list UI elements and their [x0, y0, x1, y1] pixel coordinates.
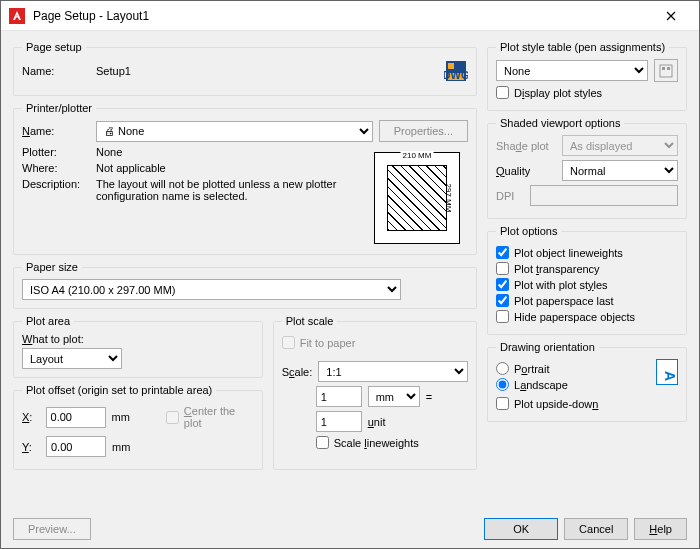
ok-button[interactable]: OK [484, 518, 558, 540]
orientation-icon [656, 359, 678, 385]
plotter-label: Plotter: [22, 146, 90, 158]
paper-size-legend: Paper size [22, 261, 82, 273]
printer-legend: Printer/plotter [22, 102, 96, 114]
scale-lineweights-checkbox[interactable] [316, 436, 329, 449]
paper-size-select[interactable]: ISO A4 (210.00 x 297.00 MM) [22, 279, 401, 300]
where-value: Not applicable [96, 162, 166, 174]
landscape-radio[interactable] [496, 378, 509, 391]
page-setup-legend: Page setup [22, 41, 86, 53]
svg-rect-6 [662, 67, 665, 70]
plot-offset-group: Plot offset (origin set to printable are… [13, 384, 263, 470]
printer-group: Printer/plotter Name: 🖨 None Properties.… [13, 102, 477, 255]
plot-style-select[interactable]: None [496, 60, 648, 81]
orientation-landscape[interactable]: Landscape [496, 378, 650, 391]
palette-icon [659, 64, 673, 78]
dpi-label: DPI [496, 190, 524, 202]
opt-transparency[interactable]: Plot transparency [496, 262, 678, 275]
left-column: Page setup Name: Setup1 DWG Printer/plot… [13, 41, 477, 514]
page-setup-dialog: Page Setup - Layout1 Page setup Name: Se… [0, 0, 700, 549]
page-setup-row: Name: Setup1 DWG [22, 59, 468, 83]
right-column: Plot style table (pen assignments) None … [487, 41, 687, 514]
shaded-group: Shaded viewport options Shade plotAs dis… [487, 117, 687, 219]
preview-button: Preview... [13, 518, 91, 540]
shaded-legend: Shaded viewport options [496, 117, 624, 129]
scale-num-row: mm = [282, 386, 468, 407]
display-plot-styles-check[interactable]: Display plot styles [496, 86, 678, 99]
plot-scale-column: Plot scale Fit to paper Scale: 1:1 mm = [273, 315, 477, 470]
fit-to-paper-check: Fit to paper [282, 336, 468, 349]
page-setup-name-value: Setup1 [96, 65, 438, 77]
opt-styles-checkbox[interactable] [496, 278, 509, 291]
orientation-legend: Drawing orientation [496, 341, 599, 353]
titlebar: Page Setup - Layout1 [1, 1, 699, 31]
opt-styles[interactable]: Plot with plot styles [496, 278, 678, 291]
cancel-button[interactable]: Cancel [564, 518, 628, 540]
svg-rect-0 [9, 8, 25, 24]
what-to-plot-label: What to plot: [22, 333, 254, 345]
description-value: The layout will not be plotted unless a … [96, 178, 362, 202]
offset-y-label: Y: [22, 441, 40, 453]
close-button[interactable] [651, 2, 691, 30]
printer-details: Plotter:None Where:Not applicable Descri… [22, 146, 468, 246]
orientation-group: Drawing orientation Portrait Landscape P… [487, 341, 687, 422]
page-setup-group: Page setup Name: Setup1 DWG [13, 41, 477, 96]
paper-preview-wrap: 210 MM 297 MM [370, 146, 468, 246]
opt-paperspace-last-checkbox[interactable] [496, 294, 509, 307]
opt-lineweights-checkbox[interactable] [496, 246, 509, 259]
offset-y-input[interactable] [46, 436, 106, 457]
plot-style-group: Plot style table (pen assignments) None … [487, 41, 687, 111]
opt-lineweights[interactable]: Plot object lineweights [496, 246, 678, 259]
orientation-upside[interactable]: Plot upside-down [496, 397, 678, 410]
fit-label: Fit to paper [300, 337, 356, 349]
paper-hatch [387, 165, 447, 231]
shade-plot-select: As displayed [562, 135, 678, 156]
scale-denominator-input[interactable] [316, 411, 362, 432]
properties-button: Properties... [379, 120, 468, 142]
dwg-icon: DWG [444, 59, 468, 83]
scale-equals: = [426, 391, 432, 403]
columns: Page setup Name: Setup1 DWG Printer/plot… [13, 41, 687, 514]
svg-rect-7 [667, 67, 670, 70]
plot-scale-legend: Plot scale [282, 315, 338, 327]
plot-style-row: None [496, 59, 678, 82]
orientation-portrait[interactable]: Portrait [496, 362, 650, 375]
offset-x-label: X: [22, 411, 40, 423]
plotter-value: None [96, 146, 122, 158]
description-label: Description: [22, 178, 90, 190]
page-setup-name-label: Name: [22, 65, 90, 77]
display-plot-styles-checkbox[interactable] [496, 86, 509, 99]
scale-lineweights-check[interactable]: Scale lineweights [282, 436, 468, 449]
paper-dim-top: 210 MM [401, 151, 434, 160]
offset-x-row: X: mm Center the plot [22, 402, 254, 432]
plot-options-legend: Plot options [496, 225, 561, 237]
plot-options-group: Plot options Plot object lineweights Plo… [487, 225, 687, 335]
opt-transparency-checkbox[interactable] [496, 262, 509, 275]
plot-scale-group: Plot scale Fit to paper Scale: 1:1 mm = [273, 315, 477, 470]
scale-den-row: unit [282, 411, 468, 432]
plot-area-group: Plot area What to plot: Layout [13, 315, 263, 378]
window-title: Page Setup - Layout1 [33, 9, 651, 23]
opt-paperspace-last[interactable]: Plot paperspace last [496, 294, 678, 307]
opt-hide[interactable]: Hide paperspace objects [496, 310, 678, 323]
plot-offset-legend: Plot offset (origin set to printable are… [22, 384, 216, 396]
printer-name-label: Name: [22, 125, 90, 137]
scale-row: Scale: 1:1 [282, 361, 468, 382]
svg-rect-4 [448, 63, 454, 69]
opt-hide-checkbox[interactable] [496, 310, 509, 323]
scale-unit-select[interactable]: mm [368, 386, 420, 407]
help-button[interactable]: Help [634, 518, 687, 540]
svg-text:DWG: DWG [444, 69, 468, 81]
what-to-plot-select[interactable]: Layout [22, 348, 122, 369]
svg-rect-5 [660, 65, 672, 77]
printer-name-select[interactable]: 🖨 None [96, 121, 373, 142]
offset-y-unit: mm [112, 441, 130, 453]
scale-select[interactable]: 1:1 [318, 361, 468, 382]
lower-split: Plot area What to plot: Layout Plot offs… [13, 315, 477, 470]
offset-x-input[interactable] [46, 407, 106, 428]
scale-numerator-input[interactable] [316, 386, 362, 407]
upside-checkbox[interactable] [496, 397, 509, 410]
portrait-radio[interactable] [496, 362, 509, 375]
quality-select[interactable]: Normal [562, 160, 678, 181]
dialog-body: Page setup Name: Setup1 DWG Printer/plot… [1, 31, 699, 548]
app-icon [9, 8, 25, 24]
